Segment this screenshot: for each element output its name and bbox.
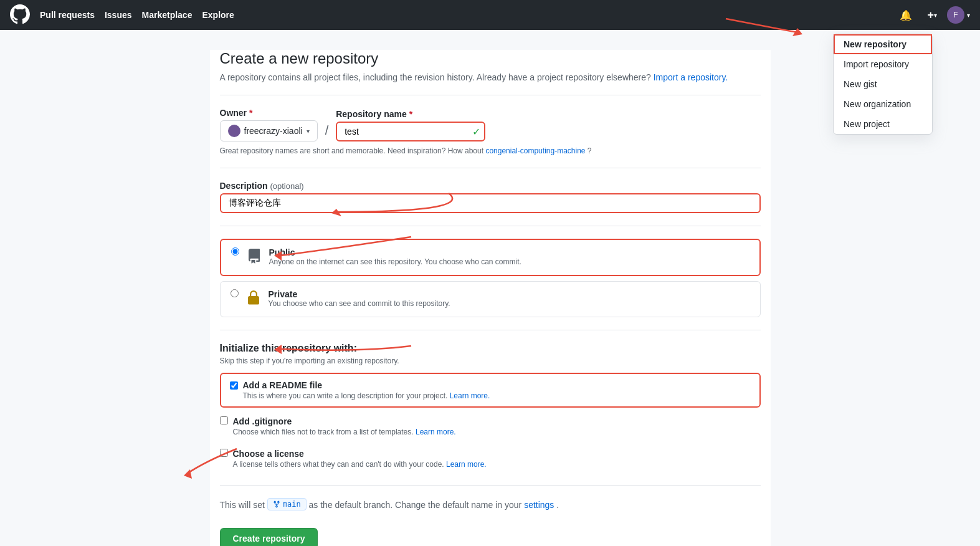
repo-name-required-mark: * — [409, 109, 412, 119]
plus-icon: + — [927, 9, 934, 22]
description-optional: (optional) — [270, 181, 303, 191]
license-text: Choose a license A license tells others … — [233, 449, 487, 469]
readme-checkbox[interactable] — [230, 381, 238, 390]
public-icon — [247, 249, 262, 267]
bell-icon: 🔔 — [900, 9, 912, 21]
chevron-down-icon: ▾ — [934, 12, 937, 19]
readme-label: Add a README file — [243, 380, 490, 390]
owner-label: Owner * — [220, 108, 318, 118]
navbar: Pull requests Issues Marketplace Explore… — [0, 0, 980, 30]
nav-links: Pull requests Issues Marketplace Explore — [40, 7, 895, 22]
license-learn-more-link[interactable]: Learn more. — [446, 460, 487, 469]
main-content: Create a new repository A repository con… — [210, 50, 771, 546]
private-icon — [246, 290, 261, 309]
nav-pull-requests[interactable]: Pull requests — [40, 7, 95, 22]
branch-settings-link[interactable]: settings — [524, 500, 554, 510]
page-title: Create a new repository — [220, 50, 761, 67]
visibility-public-text: Public Anyone on the internet can see th… — [269, 247, 521, 266]
gitignore-desc: Choose which files not to track from a l… — [233, 428, 456, 436]
description-label: Description (optional) — [220, 181, 761, 191]
visibility-private-radio[interactable] — [231, 289, 239, 297]
readme-text: Add a README file This is where you can … — [243, 380, 490, 400]
nav-issues[interactable]: Issues — [105, 7, 132, 22]
license-desc: A license tells others what they can and… — [233, 460, 487, 469]
avatar-chevron-icon: ▾ — [967, 12, 970, 19]
branch-info: This will set main as the default branch… — [220, 498, 761, 510]
visibility-public-radio[interactable] — [231, 247, 239, 256]
user-avatar-button[interactable]: F ▾ — [947, 6, 970, 24]
readme-desc: This is where you can write a long descr… — [243, 391, 490, 400]
visibility-private-desc: You choose who can see and commit to thi… — [269, 299, 450, 308]
repo-suggestion-link[interactable]: congenial-computing-machine — [485, 146, 585, 155]
github-logo — [10, 4, 30, 26]
repo-name-label: Repository name * — [336, 109, 485, 119]
visibility-private-option[interactable]: Private You choose who can see and commi… — [220, 281, 761, 317]
page-subtitle-text: A repository contains all project files,… — [220, 72, 651, 82]
visibility-public-desc: Anyone on the internet can see this repo… — [269, 257, 521, 266]
slash-separator: / — [323, 123, 331, 138]
svg-marker-5 — [184, 469, 192, 479]
repo-name-group: Repository name * ✓ — [336, 109, 485, 141]
repo-name-hint: Great repository names are short and mem… — [220, 146, 761, 155]
owner-group: Owner * freecrazy-xiaoli ▾ — [220, 108, 318, 141]
gitignore-checkbox[interactable] — [220, 416, 228, 424]
menu-item-new-project[interactable]: New project — [834, 114, 932, 134]
divider-top — [220, 95, 761, 95]
visibility-private-title: Private — [269, 289, 450, 299]
readme-learn-more-link[interactable]: Learn more. — [450, 391, 490, 400]
repo-name-input-wrapper: ✓ — [336, 122, 485, 141]
owner-select-button[interactable]: freecrazy-xiaoli ▾ — [220, 120, 318, 141]
gitignore-option: Add .gitignore Choose which files not to… — [220, 413, 761, 440]
notification-bell-button[interactable]: 🔔 — [895, 7, 917, 24]
owner-name: freecrazy-xiaoli — [244, 126, 303, 136]
navbar-right: 🔔 + ▾ F ▾ New repository Import reposito… — [895, 6, 970, 24]
gitignore-text: Add .gitignore Choose which files not to… — [233, 416, 456, 436]
branch-badge: main — [267, 498, 307, 510]
menu-item-import-repository[interactable]: Import repository — [834, 54, 932, 74]
gitignore-learn-more-link[interactable]: Learn more. — [416, 428, 456, 436]
owner-avatar — [228, 125, 240, 137]
owner-repo-row: Owner * freecrazy-xiaoli ▾ / Repository … — [220, 108, 761, 141]
new-items-dropdown: New repository Import repository New gis… — [833, 34, 933, 135]
divider-visibility — [220, 226, 761, 226]
nav-explore[interactable]: Explore — [202, 7, 234, 22]
repo-name-input[interactable] — [336, 122, 485, 141]
license-label: Choose a license — [233, 449, 487, 459]
visibility-options: Public Anyone on the internet can see th… — [220, 239, 761, 317]
description-group: Description (optional) — [220, 181, 761, 213]
create-repository-button[interactable]: Create repository — [220, 528, 318, 546]
nav-marketplace[interactable]: Marketplace — [142, 7, 193, 22]
initialize-subtitle: Skip this step if you're importing an ex… — [220, 357, 761, 365]
import-repo-link[interactable]: Import a repository. — [654, 72, 728, 82]
divider-description — [220, 168, 761, 168]
license-checkbox[interactable] — [220, 449, 228, 457]
validation-check-icon: ✓ — [472, 126, 480, 138]
readme-option[interactable]: Add a README file This is where you can … — [220, 373, 761, 408]
page-subtitle: A repository contains all project files,… — [220, 72, 761, 82]
divider-initialize — [220, 330, 761, 330]
visibility-public-title: Public — [269, 247, 521, 257]
visibility-private-text: Private You choose who can see and commi… — [269, 289, 450, 308]
avatar: F — [947, 6, 964, 24]
divider-branch — [220, 485, 761, 486]
visibility-public-option[interactable]: Public Anyone on the internet can see th… — [220, 239, 761, 276]
menu-item-new-gist[interactable]: New gist — [834, 74, 932, 94]
menu-item-new-repository[interactable]: New repository — [834, 34, 932, 54]
new-item-button[interactable]: + ▾ — [922, 6, 942, 24]
description-input[interactable] — [220, 193, 761, 213]
license-option: Choose a license A license tells others … — [220, 445, 761, 472]
owner-required-mark: * — [249, 108, 252, 118]
owner-dropdown-icon: ▾ — [307, 128, 310, 135]
gitignore-label: Add .gitignore — [233, 416, 456, 426]
menu-item-new-organization[interactable]: New organization — [834, 94, 932, 114]
initialize-title: Initialize this repository with: — [220, 343, 761, 354]
